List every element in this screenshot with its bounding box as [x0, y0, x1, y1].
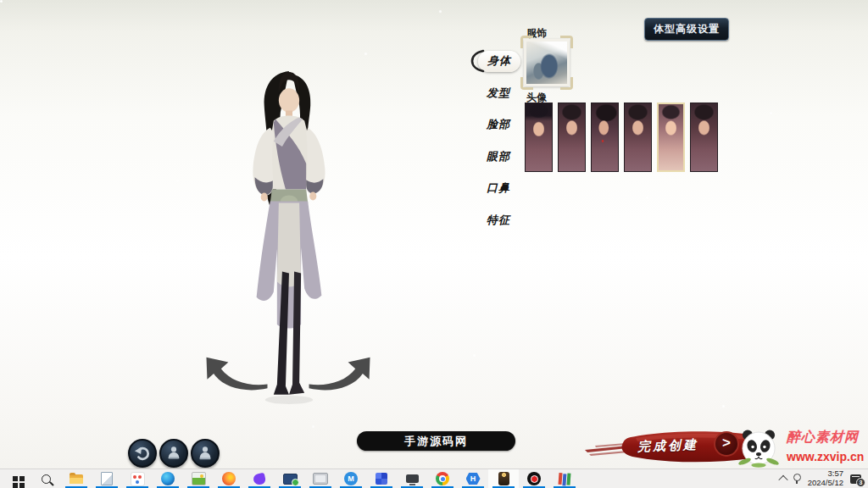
face-thumbnail-5-selected[interactable] [657, 103, 685, 172]
notification-badge: 3 [856, 478, 865, 487]
menu-label-face: 脸部 [468, 117, 510, 132]
menu-label-hair: 发型 [468, 86, 510, 101]
tray-expand-chevron-icon[interactable] [778, 475, 787, 485]
frame-corner-icon [520, 36, 533, 48]
tray-pin-icon[interactable] [793, 474, 801, 481]
pose-person-icon [165, 445, 182, 462]
complete-creation-label: 完成创建 [637, 437, 699, 456]
taskbar-icon-file-explorer[interactable] [61, 469, 92, 488]
taskbar-icon-share-app[interactable] [122, 469, 153, 488]
computer-sync-icon [283, 474, 298, 485]
panda-logo-icon [736, 427, 782, 471]
watermark-text: 醉心素材网 www.zxvip.cn [787, 429, 868, 463]
taskbar-icon-winrar[interactable] [549, 469, 580, 488]
watermark-site-name: 醉心素材网 [787, 429, 868, 446]
menu-item-hair[interactable]: 发型 [468, 83, 527, 103]
hexagon-h-icon [466, 473, 481, 485]
purple-app-icon [253, 472, 266, 485]
share-app-icon [131, 472, 145, 486]
taskbar-icon-maxthon[interactable] [336, 469, 366, 488]
menu-label-eyes: 眼部 [468, 149, 510, 164]
face-thumbnail-1[interactable] [525, 103, 553, 172]
pose-button-1[interactable] [159, 439, 188, 468]
clock-date: 2024/5/12 [808, 479, 843, 488]
character-creation-screen: 身体 发型 脸部 眼部 口鼻 特征 服饰 体型高级设置 头像 [0, 0, 868, 488]
start-button[interactable] [0, 469, 31, 488]
game-character-icon [498, 472, 509, 485]
grid-app-icon [376, 473, 387, 485]
snow-particles [0, 0, 3, 3]
winrar-icon [559, 473, 563, 485]
taskbar-clock[interactable]: 3:57 2024/5/12 [808, 469, 843, 488]
game-background [0, 0, 868, 469]
dark-monitor-icon [406, 474, 419, 483]
pose-button-2[interactable] [191, 439, 220, 468]
pose-person-icon [197, 445, 214, 462]
monitor-icon [313, 473, 328, 485]
edge-browser-icon [161, 472, 175, 485]
watermark-site-url: www.zxvip.cn [787, 450, 868, 463]
folder-icon [70, 474, 83, 484]
taskbar-search-button[interactable] [31, 469, 61, 488]
menu-item-body[interactable]: 身体 [468, 51, 527, 71]
menu-item-mouth-nose[interactable]: 口鼻 [468, 178, 527, 198]
windows-logo-icon [13, 476, 18, 481]
face-thumbnail-2[interactable] [558, 103, 586, 172]
taskbar-icon-firefox[interactable] [214, 469, 244, 488]
selected-marker-icon [470, 48, 485, 74]
menu-label-features: 特征 [468, 213, 510, 228]
face-thumbnail-row [525, 103, 718, 172]
category-menu: 身体 发型 脸部 眼部 口鼻 特征 [468, 51, 527, 241]
clothing-thumbnail[interactable] [524, 39, 570, 86]
frame-corner-icon [560, 36, 573, 48]
frame-corner-icon [520, 77, 533, 90]
menu-item-face[interactable]: 脸部 [468, 114, 527, 135]
search-icon [42, 474, 51, 484]
chrome-icon [436, 472, 449, 485]
taskbar-icon-edge[interactable] [153, 469, 183, 488]
document-icon [101, 472, 113, 485]
taskbar-icon-purple-app[interactable] [244, 469, 275, 488]
menu-item-eyes[interactable]: 眼部 [468, 147, 527, 167]
undo-button[interactable] [128, 439, 157, 468]
face-thumbnail-4[interactable] [624, 103, 652, 172]
taskbar-icon-game-client-active[interactable] [488, 469, 519, 488]
taskbar-icon-dark-monitor[interactable] [397, 469, 427, 488]
face-thumbnail-3[interactable] [591, 103, 619, 172]
image-viewer-icon [192, 472, 206, 485]
taskbar-icon-computer-sync[interactable] [275, 469, 305, 488]
body-advanced-settings-button[interactable]: 体型高级设置 [644, 18, 729, 41]
rotate-left-arrow-icon[interactable] [203, 352, 270, 393]
taskbar-icon-screen-recorder[interactable] [519, 469, 549, 488]
menu-item-features[interactable]: 特征 [468, 210, 527, 230]
windows-taskbar: 3:57 2024/5/12 3 [0, 469, 868, 488]
taskbar-icon-notepad[interactable] [92, 469, 122, 488]
source-site-watermark-pill: 手游源码网 [357, 431, 515, 451]
taskbar-icon-chrome[interactable] [427, 469, 458, 488]
rotate-right-arrow-icon[interactable] [307, 352, 373, 393]
system-tray: 3:57 2024/5/12 3 [780, 469, 868, 488]
maxthon-browser-icon [344, 472, 358, 485]
menu-label-mouth-nose: 口鼻 [468, 180, 510, 196]
firefox-icon [222, 472, 236, 485]
taskbar-icon-screenshot-tool[interactable] [305, 469, 336, 488]
action-center-icon[interactable]: 3 [850, 474, 861, 484]
taskbar-icon-blue-grid-app[interactable] [366, 469, 397, 488]
taskbar-icon-image-viewer[interactable] [183, 469, 214, 488]
face-thumbnail-6[interactable] [690, 103, 718, 172]
frame-corner-icon [560, 77, 573, 90]
undo-icon [134, 445, 151, 462]
record-icon [527, 472, 541, 485]
taskbar-icon-h-app[interactable] [458, 469, 488, 488]
